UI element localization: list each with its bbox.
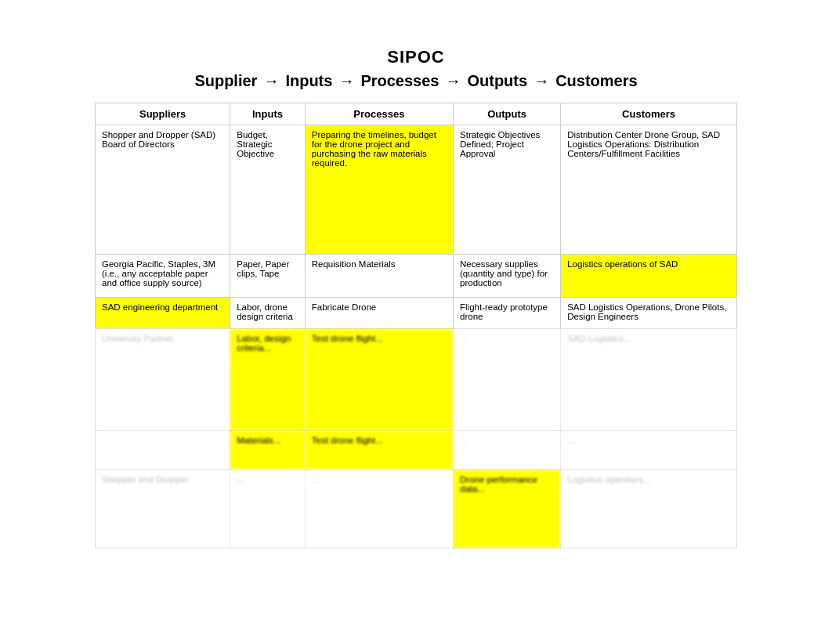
cell-customers-3: SAD Logistics...	[561, 329, 737, 431]
table-header-row: Suppliers Inputs Processes Outputs Custo…	[96, 103, 737, 125]
cell-processes-3: Test drone flight...	[305, 329, 453, 431]
header-processes: Processes	[360, 72, 439, 90]
header-inputs: Inputs	[285, 72, 332, 90]
cell-outputs-0: Strategic Objectives Defined; Project Ap…	[454, 125, 561, 255]
arrow-2: →	[338, 72, 354, 90]
cell-inputs-4: Materials...	[230, 431, 306, 470]
cell-suppliers-5: Shopper and Dropper	[96, 470, 230, 548]
cell-processes-0: Preparing the timelines, budget for the …	[305, 125, 453, 255]
sipoc-header-row: Supplier → Inputs → Processes → Outputs …	[194, 72, 637, 90]
cell-inputs-2: Labor, drone design criteria	[230, 298, 306, 329]
col-header-processes: Processes	[305, 103, 453, 125]
cell-processes-1: Requisition Materials	[305, 255, 453, 298]
cell-outputs-3: ...	[454, 329, 561, 431]
cell-processes-5: ...	[305, 470, 453, 548]
cell-customers-2: SAD Logistics Operations, Drone Pilots, …	[561, 298, 737, 329]
cell-processes-4: Test drone flight...	[305, 431, 453, 470]
table-row: Georgia Pacific, Staples, 3M (i.e., any …	[96, 255, 737, 298]
sipoc-table: Suppliers Inputs Processes Outputs Custo…	[95, 103, 737, 548]
col-header-customers: Customers	[561, 103, 737, 125]
table-row: University Partner,Labor, design criteri…	[96, 329, 737, 431]
cell-customers-5: Logistics operators...	[561, 470, 737, 548]
table-row: Materials...Test drone flight.........	[96, 431, 737, 470]
arrow-3: →	[445, 72, 461, 90]
cell-inputs-0: Budget, Strategic Objective	[230, 125, 306, 255]
col-header-inputs: Inputs	[230, 103, 306, 125]
cell-customers-1: Logistics operations of SAD	[561, 255, 737, 298]
header-supplier: Supplier	[194, 72, 257, 90]
cell-suppliers-2: SAD engineering department	[96, 298, 230, 329]
cell-customers-0: Distribution Center Drone Group, SAD Log…	[561, 125, 737, 255]
sipoc-title: SIPOC	[387, 47, 444, 67]
cell-suppliers-0: Shopper and Dropper (SAD) Board of Direc…	[96, 125, 230, 255]
cell-inputs-1: Paper, Paper clips, Tape	[230, 255, 306, 298]
header-outputs: Outputs	[467, 72, 527, 90]
table-row: Shopper and Dropper (SAD) Board of Direc…	[96, 125, 737, 255]
table-row: Shopper and Dropper......Drone performan…	[96, 470, 737, 548]
cell-suppliers-1: Georgia Pacific, Staples, 3M (i.e., any …	[96, 255, 230, 298]
cell-inputs-5: ...	[230, 470, 306, 548]
col-header-outputs: Outputs	[454, 103, 561, 125]
cell-outputs-4: ...	[454, 431, 561, 470]
arrow-1: →	[263, 72, 279, 90]
header-customers: Customers	[555, 72, 637, 90]
cell-outputs-1: Necessary supplies (quantity and type) f…	[454, 255, 561, 298]
col-header-suppliers: Suppliers	[96, 103, 230, 125]
arrow-4: →	[534, 72, 549, 90]
cell-outputs-2: Flight-ready prototype drone	[454, 298, 561, 329]
cell-outputs-5: Drone performance data...	[454, 470, 561, 548]
cell-inputs-3: Labor, design criteria...	[230, 329, 306, 431]
cell-suppliers-4	[96, 431, 230, 470]
cell-suppliers-3: University Partner,	[96, 329, 230, 431]
table-row: SAD engineering departmentLabor, drone d…	[96, 298, 737, 329]
cell-processes-2: Fabricate Drone	[305, 298, 453, 329]
cell-customers-4: ...	[561, 431, 737, 470]
